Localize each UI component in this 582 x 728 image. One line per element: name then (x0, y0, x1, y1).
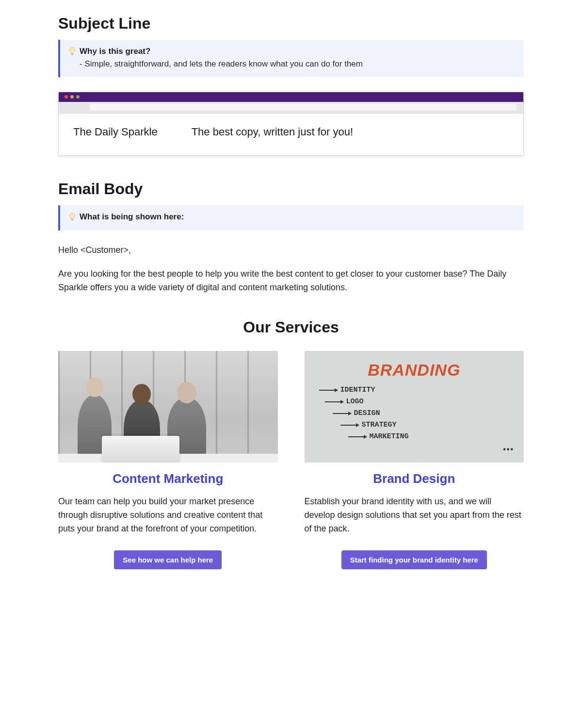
service-content-marketing: Content Marketing Our team can help you … (58, 351, 278, 569)
branding-list-item: LOGO (319, 396, 515, 408)
email-greeting: Hello <Customer>, (58, 245, 524, 255)
branding-list-item: DESIGN (319, 408, 515, 419)
subject-line-callout: Why is this great? - Simple, straightfor… (58, 40, 524, 77)
email-body-callout: What is being shown here: (58, 205, 524, 231)
email-body-heading: Email Body (58, 180, 524, 198)
content-marketing-cta-button[interactable]: See how we can help here (114, 550, 222, 569)
service-description: Our team can help you build your market … (58, 495, 278, 536)
person-icon (86, 378, 103, 397)
arrow-icon (325, 401, 343, 402)
branding-list-label: MARKETING (370, 431, 409, 443)
lightbulb-icon (69, 47, 76, 56)
window-close-dot-icon (65, 95, 68, 99)
service-description: Establish your brand identity with us, a… (305, 495, 524, 536)
services-grid: Content Marketing Our team can help you … (58, 351, 524, 569)
service-image-content-marketing (58, 351, 278, 463)
branding-list-item: STRATEGY (319, 419, 515, 431)
service-title: Brand Design (373, 471, 455, 486)
branding-list-item: MARKETING (319, 431, 515, 443)
service-image-brand-design: BRANDING IDENTITY LOGO DESIGN STRATEGY M… (305, 351, 524, 463)
laptop-icon (102, 436, 179, 463)
arrow-icon (340, 425, 359, 426)
branding-list-item: IDENTITY (319, 384, 515, 396)
arrow-icon (333, 413, 351, 414)
svg-rect-0 (71, 54, 74, 54)
branding-title: BRANDING (305, 351, 524, 380)
svg-rect-3 (71, 220, 73, 220)
ellipsis-icon: ••• (503, 445, 514, 454)
callout-body: - Simple, straightforward, and lets the … (69, 58, 515, 70)
branding-list-label: DESIGN (354, 408, 380, 419)
brand-design-cta-button[interactable]: Start finding your brand identity here (341, 550, 487, 569)
callout-title: Why is this great? (80, 47, 150, 56)
window-max-dot-icon (76, 95, 80, 99)
browser-address-field (90, 104, 517, 111)
browser-preview: The Daily Sparkle The best copy, written… (58, 92, 524, 156)
browser-title-bar (59, 92, 523, 102)
subject-line-heading: Subject Line (58, 15, 524, 33)
window-min-dot-icon (70, 95, 74, 99)
lightbulb-icon (69, 213, 76, 221)
email-intro-paragraph: Are you looking for the best people to h… (58, 267, 524, 295)
branding-list-label: LOGO (346, 396, 364, 408)
email-sender: The Daily Sparkle (73, 126, 158, 138)
service-title: Content Marketing (113, 471, 223, 486)
browser-address-bar (59, 102, 523, 114)
branding-list-label: IDENTITY (340, 384, 375, 396)
svg-rect-2 (71, 219, 74, 219)
callout-title: What is being shown here: (80, 212, 184, 222)
service-brand-design: BRANDING IDENTITY LOGO DESIGN STRATEGY M… (305, 351, 524, 569)
our-services-heading: Our Services (58, 318, 524, 336)
arrow-icon (319, 390, 338, 391)
email-subject: The best copy, written just for you! (192, 126, 353, 138)
branding-list: IDENTITY LOGO DESIGN STRATEGY MARKETING (305, 380, 524, 443)
svg-rect-1 (71, 54, 73, 55)
branding-list-label: STRATEGY (362, 419, 397, 431)
arrow-icon (348, 436, 367, 437)
